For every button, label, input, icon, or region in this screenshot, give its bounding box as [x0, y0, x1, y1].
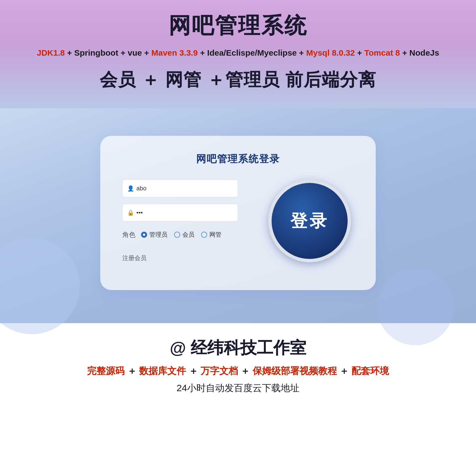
studio-name: @ 经纬科技工作室: [17, 337, 459, 359]
radio-netadmin-circle: [201, 232, 207, 238]
role-admin[interactable]: 管理员: [141, 231, 167, 239]
login-button-text: 登录: [290, 209, 329, 232]
radio-admin-circle: [141, 232, 147, 238]
feat-doc: 万字文档: [201, 366, 238, 376]
username-input[interactable]: [122, 180, 238, 197]
login-content: 👤 🔒 角色 管理员: [122, 180, 354, 262]
tech-mysql: Mysql 8.0.32: [306, 48, 355, 57]
tech-stack: JDK1.8 + Springboot + vue + Maven 3.3.9 …: [17, 46, 459, 60]
username-group: 👤: [122, 180, 249, 197]
bottom-section: @ 经纬科技工作室 完整源码 ＋ 数据库文件 ＋ 万字文档 ＋ 保姆级部署视频教…: [0, 323, 476, 476]
blob-right: [377, 268, 454, 345]
feat-source: 完整源码: [87, 366, 125, 376]
role-admin-label: 管理员: [149, 231, 167, 239]
radio-member-circle: [174, 232, 180, 238]
middle-section: 网吧管理系统登录 👤 🔒 角色: [0, 108, 476, 323]
register-link[interactable]: 注册会员: [122, 254, 147, 262]
role-netadmin-label: 网管: [209, 231, 221, 239]
role-options: 管理员 会员 网管: [141, 231, 221, 239]
role-netadmin[interactable]: 网管: [201, 231, 221, 239]
feat-db: 数据库文件: [139, 366, 186, 376]
role-label: 角色: [122, 230, 136, 239]
login-form: 👤 🔒 角色 管理员: [122, 180, 249, 262]
tech-maven: Maven 3.3.9: [151, 48, 198, 57]
login-button-wrap: 登录: [266, 180, 354, 262]
subtitle: 会员 ＋ 网管 ＋管理员 前后端分离: [17, 68, 459, 92]
login-button[interactable]: 登录: [268, 180, 351, 262]
user-icon: 👤: [127, 185, 134, 192]
role-row: 角色 管理员 会员 网管: [122, 230, 249, 239]
blob-left: [0, 238, 80, 334]
tech-tomcat: Tomcat 8: [364, 48, 400, 57]
main-title: 网吧管理系统: [17, 11, 459, 41]
feat-env: 配套环境: [351, 366, 389, 376]
lock-icon: 🔒: [127, 209, 134, 216]
features-line: 完整源码 ＋ 数据库文件 ＋ 万字文档 ＋ 保姆级部署视频教程 ＋ 配套环境: [17, 365, 459, 377]
feat-video: 保姆级部署视频教程: [253, 366, 337, 376]
top-section: 网吧管理系统 JDK1.8 + Springboot + vue + Maven…: [0, 0, 476, 108]
role-member[interactable]: 会员: [174, 231, 194, 239]
tech-jdk: JDK1.8: [37, 48, 65, 57]
password-group: 🔒: [122, 204, 249, 221]
password-input[interactable]: [122, 204, 238, 221]
role-member-label: 会员: [182, 231, 194, 239]
login-card-title: 网吧管理系统登录: [196, 152, 280, 166]
login-card: 网吧管理系统登录 👤 🔒 角色: [100, 136, 376, 290]
download-line: 24小时自动发百度云下载地址: [17, 382, 459, 394]
